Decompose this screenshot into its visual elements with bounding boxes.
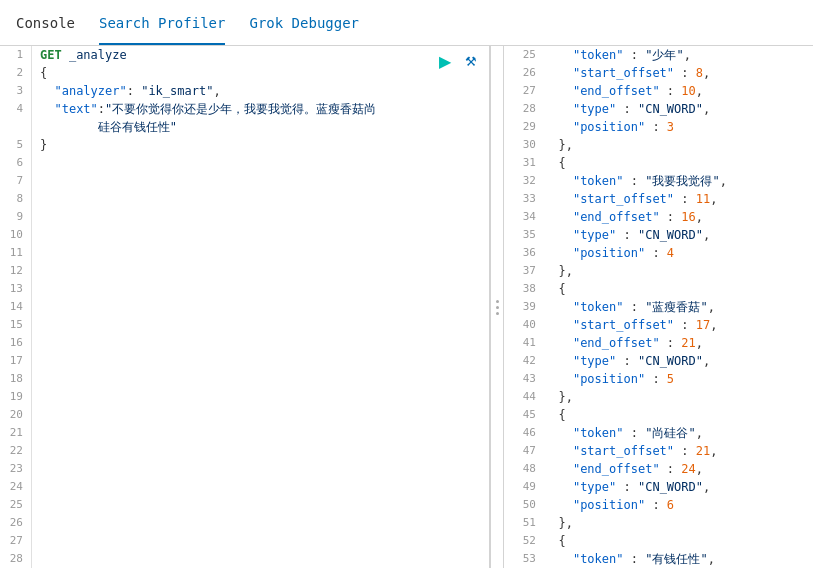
tab-grok-debugger[interactable]: Grok Debugger [249, 1, 359, 45]
output-line-30: 30 }, [504, 136, 813, 154]
output-line-39: 39 "token" : "蓝瘦香菇", [504, 298, 813, 316]
editor-line-18: 18 [0, 370, 489, 388]
line-number: 5 [0, 136, 32, 154]
output-line-40: 40 "start_offset" : 17, [504, 316, 813, 334]
editor-line-6: 6 [0, 154, 489, 172]
editor-line-11: 11 [0, 244, 489, 262]
line-number: 1 [0, 46, 32, 64]
editor-line-5: 5 } [0, 136, 489, 154]
output-line-28: 28 "type" : "CN_WORD", [504, 100, 813, 118]
line-number: 3 [0, 82, 32, 100]
line-number: 2 [0, 64, 32, 82]
editor-line-23: 23 [0, 460, 489, 478]
editor-line-25: 25 [0, 496, 489, 514]
output-line-33: 33 "start_offset" : 11, [504, 190, 813, 208]
line-number: 4 [0, 100, 32, 118]
editor-line-3: 3 "analyzer": "ik_smart", [0, 82, 489, 100]
panel-divider[interactable] [490, 46, 504, 568]
editor-line-14: 14 [0, 298, 489, 316]
editor-line-21: 21 [0, 424, 489, 442]
output-line-38: 38 { [504, 280, 813, 298]
output-line-49: 49 "type" : "CN_WORD", [504, 478, 813, 496]
tab-search-profiler[interactable]: Search Profiler [99, 1, 225, 45]
settings-button[interactable]: ⚒ [461, 50, 481, 73]
output-line-26: 26 "start_offset" : 8, [504, 64, 813, 82]
divider-dot [496, 300, 499, 303]
tab-console[interactable]: Console [16, 1, 75, 45]
divider-dot [496, 306, 499, 309]
main-layout: ▶ ⚒ 1 GET _analyze 2 { 3 "analyzer": "ik… [0, 46, 813, 568]
editor-line-20: 20 [0, 406, 489, 424]
output-line-45: 45 { [504, 406, 813, 424]
editor-line-24: 24 [0, 478, 489, 496]
editor-line-12: 12 [0, 262, 489, 280]
output-line-46: 46 "token" : "尚硅谷", [504, 424, 813, 442]
line-content[interactable]: { [40, 64, 489, 82]
editor-toolbar: ▶ ⚒ [435, 50, 481, 73]
output-line-42: 42 "type" : "CN_WORD", [504, 352, 813, 370]
editor-panel: ▶ ⚒ 1 GET _analyze 2 { 3 "analyzer": "ik… [0, 46, 490, 568]
output-line-31: 31 { [504, 154, 813, 172]
editor-line-15: 15 [0, 316, 489, 334]
divider-dot [496, 312, 499, 315]
output-line-47: 47 "start_offset" : 21, [504, 442, 813, 460]
editor-line-27: 27 [0, 532, 489, 550]
output-panel[interactable]: 25 "token" : "少年", 26 "start_offset" : 8… [504, 46, 813, 568]
editor-line-10: 10 [0, 226, 489, 244]
editor-line-4: 4 "text":"不要你觉得你还是少年，我要我觉得。蓝瘦香菇尚 [0, 100, 489, 118]
editor-line-28: 28 [0, 550, 489, 568]
line-content[interactable]: GET _analyze [40, 46, 489, 64]
output-line-25: 25 "token" : "少年", [504, 46, 813, 64]
output-line-36: 36 "position" : 4 [504, 244, 813, 262]
output-line-51: 51 }, [504, 514, 813, 532]
editor-line-7: 7 [0, 172, 489, 190]
editor-line-9: 9 [0, 208, 489, 226]
editor-line-17: 17 [0, 352, 489, 370]
output-line-41: 41 "end_offset" : 21, [504, 334, 813, 352]
output-line-52: 52 { [504, 532, 813, 550]
output-line-27: 27 "end_offset" : 10, [504, 82, 813, 100]
line-number [0, 118, 32, 136]
editor-line-26: 26 [0, 514, 489, 532]
line-content[interactable]: "analyzer": "ik_smart", [40, 82, 489, 100]
editor-line-16: 16 [0, 334, 489, 352]
editor-line-4b: 硅谷有钱任性" [0, 118, 489, 136]
editor-line-8: 8 [0, 190, 489, 208]
line-content: 硅谷有钱任性" [40, 118, 489, 136]
editor-line-19: 19 [0, 388, 489, 406]
output-line-37: 37 }, [504, 262, 813, 280]
nav-bar: Console Search Profiler Grok Debugger [0, 0, 813, 46]
run-button[interactable]: ▶ [435, 50, 455, 73]
output-line-32: 32 "token" : "我要我觉得", [504, 172, 813, 190]
output-line-34: 34 "end_offset" : 16, [504, 208, 813, 226]
output-line-50: 50 "position" : 6 [504, 496, 813, 514]
output-line-48: 48 "end_offset" : 24, [504, 460, 813, 478]
output-line-35: 35 "type" : "CN_WORD", [504, 226, 813, 244]
editor-line-22: 22 [0, 442, 489, 460]
editor-line-2: 2 { [0, 64, 489, 82]
output-line-53: 53 "token" : "有钱任性", [504, 550, 813, 568]
output-line-43: 43 "position" : 5 [504, 370, 813, 388]
output-line-29: 29 "position" : 3 [504, 118, 813, 136]
editor-area[interactable]: ▶ ⚒ 1 GET _analyze 2 { 3 "analyzer": "ik… [0, 46, 489, 568]
editor-line-13: 13 [0, 280, 489, 298]
output-line-44: 44 }, [504, 388, 813, 406]
editor-line-1: 1 GET _analyze [0, 46, 489, 64]
line-content[interactable]: "text":"不要你觉得你还是少年，我要我觉得。蓝瘦香菇尚 [40, 100, 489, 118]
line-content[interactable]: } [40, 136, 489, 154]
